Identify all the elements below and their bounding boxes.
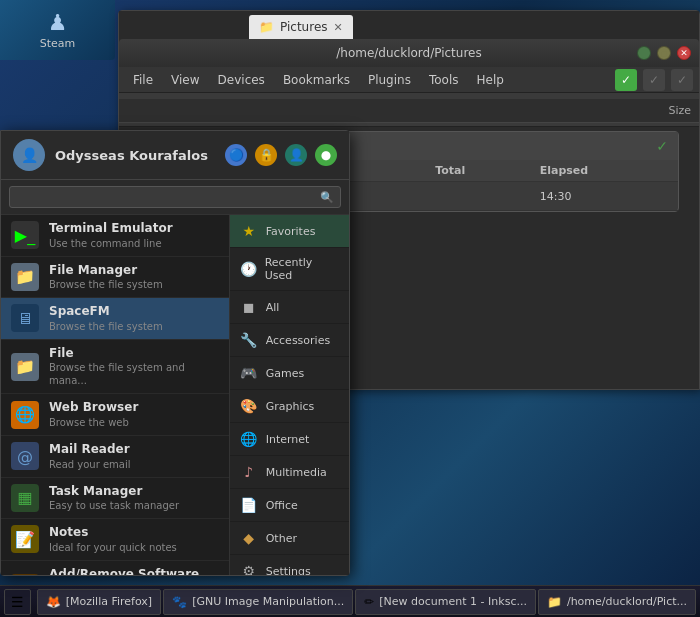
app-info-file-manager: File Manager Browse the file system (49, 263, 219, 292)
category-item-accessories[interactable]: 🔧 Accessories (230, 324, 349, 357)
app-info-mail-reader: Mail Reader Read your email (49, 442, 219, 471)
taskbar-label-firefox: [Mozilla Firefox] (66, 595, 152, 608)
app-item-terminal[interactable]: ▶_ Terminal Emulator Use the command lin… (1, 215, 229, 257)
taskbar-app-inkscape[interactable]: ✏ [New document 1 - Inksc... (355, 589, 536, 615)
app-item-spacefm[interactable]: 🖥 SpaceFM Browse the file system (1, 298, 229, 340)
tab-label: Pictures (280, 20, 328, 34)
app-item-mail-reader[interactable]: @ Mail Reader Read your email (1, 436, 229, 478)
app-item-file-manager[interactable]: 📁 File Manager Browse the file system (1, 257, 229, 299)
app-item-file2[interactable]: 📁 File Browse the file system and mana..… (1, 340, 229, 395)
user-icon-person[interactable]: 👤 (285, 144, 307, 166)
user-icons: 🔵 🔒 👤 ● (225, 144, 337, 166)
window-titlebar: /home/ducklord/Pictures _ □ ✕ (119, 39, 699, 67)
search-input[interactable] (16, 190, 314, 204)
menu-file[interactable]: File (125, 71, 161, 89)
window-controls: _ □ ✕ (637, 46, 691, 60)
menu-view[interactable]: View (163, 71, 207, 89)
category-item-internet[interactable]: 🌐 Internet (230, 423, 349, 456)
app-info-file2: File Browse the file system and mana... (49, 346, 219, 388)
taskbar-app-firefox[interactable]: 🦊 [Mozilla Firefox] (37, 589, 161, 615)
user-icon-connect[interactable]: 🔵 (225, 144, 247, 166)
steam-label: Steam (40, 37, 76, 50)
category-icon-favorites: ★ (240, 223, 258, 239)
app-info-terminal: Terminal Emulator Use the command line (49, 221, 219, 250)
category-icon-games: 🎮 (240, 365, 258, 381)
app-icon-notes: 📝 (11, 525, 39, 553)
app-desc-file2: Browse the file system and mana... (49, 361, 219, 387)
app-icon-task-manager: ▦ (11, 484, 39, 512)
category-name-multimedia: Multimedia (266, 466, 327, 479)
app-name-file-manager: File Manager (49, 263, 219, 279)
app-name-mail-reader: Mail Reader (49, 442, 219, 458)
category-name-games: Games (266, 367, 304, 380)
category-name-recently-used: Recently Used (265, 256, 339, 282)
app-desc-file-manager: Browse the file system (49, 278, 219, 291)
taskbar-icon-gimp: 🐾 (172, 595, 187, 609)
menu-bookmarks[interactable]: Bookmarks (275, 71, 358, 89)
steam-app[interactable]: ♟ Steam (0, 0, 115, 60)
taskbar-home-button[interactable]: ☰ (4, 589, 31, 615)
user-icon-green[interactable]: ● (315, 144, 337, 166)
menu-devices[interactable]: Devices (210, 71, 273, 89)
menu-plugins[interactable]: Plugins (360, 71, 419, 89)
app-name-task-manager: Task Manager (49, 484, 219, 500)
category-name-accessories: Accessories (266, 334, 330, 347)
app-info-web-browser: Web Browser Browse the web (49, 400, 219, 429)
category-name-office: Office (266, 499, 298, 512)
app-info-notes: Notes Ideal for your quick notes (49, 525, 219, 554)
category-item-multimedia[interactable]: ♪ Multimedia (230, 456, 349, 489)
category-item-favorites[interactable]: ★ Favorites (230, 215, 349, 248)
col-total: Total (427, 160, 532, 182)
category-item-office[interactable]: 📄 Office (230, 489, 349, 522)
category-item-all[interactable]: ◼ All (230, 291, 349, 324)
app-desc-task-manager: Easy to use task manager (49, 499, 219, 512)
app-item-add-remove-software[interactable]: ⚠ Add/Remove Software Add or remove soft… (1, 561, 229, 575)
category-icon-recently-used: 🕐 (240, 261, 257, 277)
toolbar-check-2[interactable]: ✓ (671, 69, 693, 91)
menu-tools[interactable]: Tools (421, 71, 467, 89)
toolbar-check-active[interactable]: ✓ (615, 69, 637, 91)
app-name-add-remove-software: Add/Remove Software (49, 567, 219, 575)
window-title: /home/ducklord/Pictures (336, 46, 481, 60)
search-input-wrap: 🔍 (9, 186, 341, 208)
category-icon-settings: ⚙ (240, 563, 258, 575)
app-list: ▶_ Terminal Emulator Use the command lin… (1, 215, 230, 575)
app-item-task-manager[interactable]: ▦ Task Manager Easy to use task manager (1, 478, 229, 520)
taskbar-app-files[interactable]: 📁 /home/ducklord/Pict... (538, 589, 696, 615)
category-name-graphics: Graphics (266, 400, 315, 413)
category-item-other[interactable]: ◆ Other (230, 522, 349, 555)
app-desc-terminal: Use the command line (49, 237, 219, 250)
category-item-settings[interactable]: ⚙ Settings (230, 555, 349, 575)
taskbar-label-inkscape: [New document 1 - Inksc... (379, 595, 527, 608)
tab-bar: 📁 Pictures ✕ (119, 11, 699, 39)
taskbar: ☰ 🦊 [Mozilla Firefox] 🐾 [GNU Image Manip… (0, 585, 700, 617)
category-name-all: All (266, 301, 280, 314)
tab-pictures[interactable]: 📁 Pictures ✕ (249, 15, 353, 39)
taskbar-label-files: /home/ducklord/Pict... (567, 595, 687, 608)
window-maximize-button[interactable]: □ (657, 46, 671, 60)
user-icon-lock[interactable]: 🔒 (255, 144, 277, 166)
app-desc-web-browser: Browse the web (49, 416, 219, 429)
app-item-notes[interactable]: 📝 Notes Ideal for your quick notes (1, 519, 229, 561)
app-name-web-browser: Web Browser (49, 400, 219, 416)
category-item-graphics[interactable]: 🎨 Graphics (230, 390, 349, 423)
category-item-recently-used[interactable]: 🕐 Recently Used (230, 248, 349, 291)
app-name-spacefm: SpaceFM (49, 304, 219, 320)
col-size: Size (668, 104, 691, 117)
tab-close-button[interactable]: ✕ (334, 21, 343, 34)
menu-help[interactable]: Help (468, 71, 511, 89)
toolbar-check-1[interactable]: ✓ (643, 69, 665, 91)
taskbar-app-gimp[interactable]: 🐾 [GNU Image Manipulation... (163, 589, 353, 615)
app-item-web-browser[interactable]: 🌐 Web Browser Browse the web (1, 394, 229, 436)
category-name-settings: Settings (266, 565, 311, 576)
category-icon-internet: 🌐 (240, 431, 258, 447)
menu-body: ▶_ Terminal Emulator Use the command lin… (1, 215, 349, 575)
app-name-terminal: Terminal Emulator (49, 221, 219, 237)
app-desc-spacefm: Browse the file system (49, 320, 219, 333)
window-close-button[interactable]: ✕ (677, 46, 691, 60)
window-minimize-button[interactable]: _ (637, 46, 651, 60)
taskbar-icon-files: 📁 (547, 595, 562, 609)
category-item-games[interactable]: 🎮 Games (230, 357, 349, 390)
transfer-elapsed: 14:30 (532, 182, 678, 211)
table-header: Size (119, 99, 699, 123)
